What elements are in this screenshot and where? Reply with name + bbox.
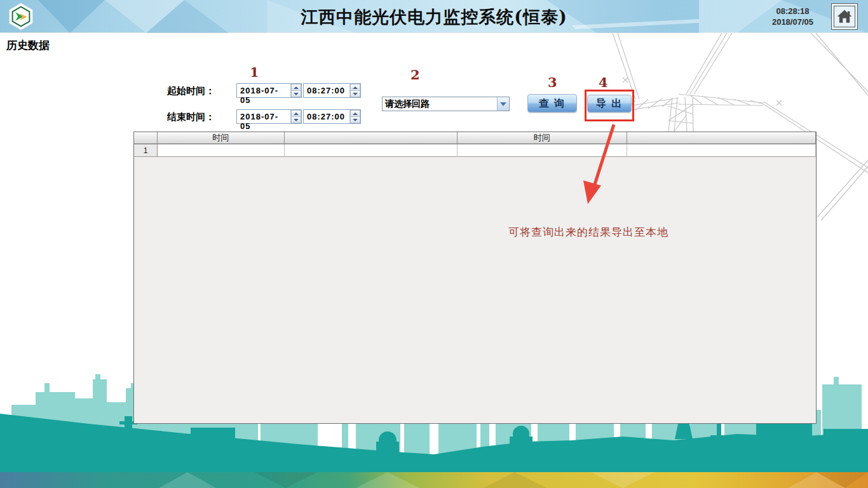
grid-header-time-2: 时间 [458, 132, 627, 144]
circuit-select-value: 请选择回路 [383, 97, 497, 111]
spin-up-icon[interactable] [291, 84, 301, 91]
end-date-spinner [290, 110, 301, 123]
home-button[interactable] [831, 3, 858, 30]
grid-header-row: 时间 时间 [134, 132, 816, 144]
end-time-spinner [349, 110, 360, 123]
start-date-value: 2018-07-05 [237, 84, 290, 97]
row-index-cell: 1 [134, 144, 158, 157]
row-cell [458, 144, 627, 157]
table-row[interactable]: 1 [134, 144, 816, 157]
end-date-value: 2018-07-05 [237, 110, 290, 123]
history-data-grid: 时间 时间 1 [133, 132, 817, 424]
grid-header-time-1: 时间 [158, 132, 285, 144]
start-time-label: 起始时间： [167, 85, 215, 97]
spin-up-icon[interactable] [350, 84, 360, 91]
circuit-select[interactable]: 请选择回路 [382, 97, 510, 111]
step-4-annotation: 4 [599, 74, 608, 90]
export-button[interactable]: 导 出 [587, 95, 632, 112]
step-1-annotation: 1 [250, 64, 259, 80]
end-time-label: 结束时间： [167, 111, 215, 123]
step-3-annotation: 3 [548, 74, 557, 90]
end-time-value: 08:27:00 [304, 110, 349, 123]
start-time-value: 08:27:00 [304, 84, 349, 97]
header-bar: 江西中能光伏电力监控系统(恒泰) 08:28:18 2018/07/05 [0, 0, 868, 33]
end-time-field[interactable]: 08:27:00 [303, 109, 361, 124]
clock-date: 2018/07/05 [772, 17, 813, 27]
home-button-frame [834, 6, 855, 27]
spin-down-icon[interactable] [350, 117, 360, 123]
export-note-annotation: 可将查询出来的结果导出至本地 [508, 225, 668, 240]
query-button[interactable]: 查 询 [527, 94, 577, 112]
end-datetime-group: 2018-07-05 08:27:00 [236, 109, 361, 124]
row-cell [285, 144, 458, 157]
grid-header-index [134, 132, 158, 144]
grid-header-blank-2 [627, 132, 816, 144]
spin-down-icon[interactable] [291, 117, 301, 123]
row-cell [627, 144, 816, 157]
row-cell [158, 144, 285, 157]
chevron-down-icon[interactable] [497, 97, 509, 111]
step-2-annotation: 2 [410, 67, 420, 83]
app-title: 江西中能光伏电力监控系统(恒泰) [0, 6, 868, 29]
start-time-field[interactable]: 08:27:00 [303, 83, 361, 98]
start-date-spinner [290, 84, 301, 97]
grid-header-blank-1 [285, 132, 458, 144]
page-title: 历史数据 [6, 38, 50, 53]
spin-down-icon[interactable] [350, 91, 360, 97]
spin-down-icon[interactable] [291, 91, 301, 97]
start-time-spinner [349, 84, 360, 97]
start-date-field[interactable]: 2018-07-05 [236, 83, 302, 98]
start-datetime-group: 2018-07-05 08:27:00 [236, 83, 361, 98]
app-window: 江西中能光伏电力监控系统(恒泰) 08:28:18 2018/07/05 历史数… [0, 0, 868, 488]
home-icon [836, 8, 853, 25]
clock-time: 08:28:18 [772, 6, 813, 17]
end-date-field[interactable]: 2018-07-05 [236, 109, 302, 124]
spin-up-icon[interactable] [291, 110, 301, 117]
clock: 08:28:18 2018/07/05 [772, 6, 813, 27]
spin-up-icon[interactable] [350, 110, 360, 117]
